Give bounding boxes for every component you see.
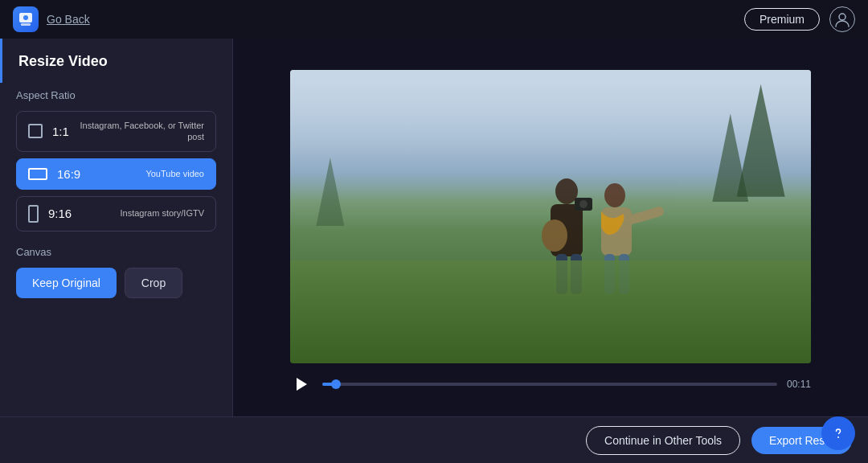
video-area: 00:11: [233, 39, 868, 416]
aspect-option-16-9[interactable]: 16:9 YouTube video: [16, 158, 216, 190]
user-avatar[interactable]: [829, 6, 855, 32]
aspect-icon-square: [28, 124, 43, 138]
aspect-ratio-16-9-text: 16:9: [57, 167, 80, 181]
play-button[interactable]: [290, 373, 313, 395]
progress-bar[interactable]: [322, 383, 777, 386]
keep-original-button[interactable]: Keep Original: [16, 268, 117, 298]
aspect-desc-1-1: Instagram, Facebook, or Twitter post: [79, 120, 204, 143]
svg-rect-1: [21, 23, 31, 26]
video-frame: [290, 70, 811, 363]
svg-point-2: [23, 15, 28, 20]
aspect-desc-16-9: YouTube video: [145, 168, 204, 179]
canvas-section: Canvas Keep Original Crop: [16, 246, 216, 298]
svg-point-4: [555, 178, 578, 204]
video-controls: 00:11: [290, 363, 811, 402]
aspect-ratio-9-16-text: 9:16: [48, 207, 72, 220]
aspect-icon-wide: [28, 168, 47, 180]
go-back-link[interactable]: Go Back: [47, 13, 90, 26]
topbar-right: Premium: [744, 6, 855, 32]
svg-point-11: [604, 183, 625, 207]
sidebar-title: Resize Video: [18, 53, 108, 70]
time-display: 00:11: [787, 379, 811, 390]
main-content: Resize Video Aspect Ratio 1:1 Instagram,…: [0, 39, 868, 416]
bottombar: Continue in Other Tools Export Res...: [0, 416, 868, 463]
crop-button[interactable]: Crop: [125, 268, 182, 298]
svg-point-3: [839, 14, 845, 20]
aspect-option-9-16[interactable]: 9:16 Instagram story/IGTV: [16, 196, 216, 232]
aspect-ratio-label: Aspect Ratio: [16, 89, 216, 101]
topbar: Go Back Premium: [0, 0, 868, 39]
continue-button[interactable]: Continue in Other Tools: [586, 426, 740, 455]
video-container: [290, 70, 811, 363]
sidebar-content: Aspect Ratio 1:1 Instagram, Facebook, or…: [0, 83, 232, 314]
premium-button[interactable]: Premium: [744, 8, 820, 31]
sidebar: Resize Video Aspect Ratio 1:1 Instagram,…: [0, 39, 233, 416]
aspect-ratio-1-1-text: 1:1: [52, 125, 69, 138]
aspect-icon-tall: [28, 205, 39, 223]
svg-point-7: [579, 200, 588, 208]
svg-point-16: [837, 436, 839, 438]
svg-point-10: [542, 219, 567, 252]
progress-handle[interactable]: [331, 379, 341, 389]
aspect-desc-9-16: Instagram story/IGTV: [120, 207, 204, 219]
app-logo: [13, 6, 39, 32]
sidebar-title-bar: Resize Video: [0, 39, 232, 83]
canvas-buttons: Keep Original Crop: [16, 268, 216, 298]
canvas-label: Canvas: [16, 246, 216, 258]
topbar-left: Go Back: [13, 6, 90, 32]
help-button[interactable]: [821, 416, 855, 450]
aspect-option-1-1[interactable]: 1:1 Instagram, Facebook, or Twitter post: [16, 111, 216, 152]
